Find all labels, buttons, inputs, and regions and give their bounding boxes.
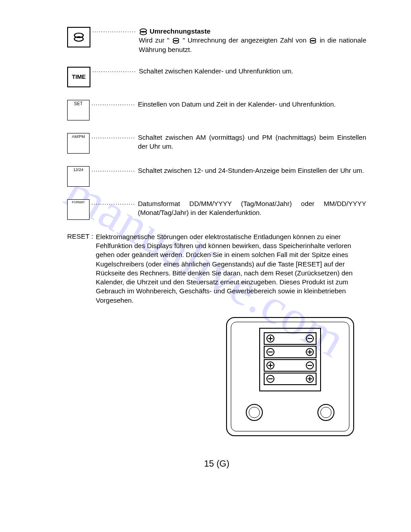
desc-ampm: Schaltet zwischen AM (vormittags) und PM…: [138, 133, 366, 151]
coin-icon-inline: [139, 28, 148, 35]
reset-label: RESET :: [67, 232, 93, 305]
desc-set: Einstellen von Datum und Zeit in der Kal…: [138, 100, 366, 109]
leader-dots: ····················: [90, 67, 139, 76]
manual-page: ···················· Umrechnungstaste Wi…: [0, 0, 411, 487]
key-row-set: SET ···················· Einstellen von …: [67, 100, 366, 120]
coin-icon-inline3: [309, 38, 317, 44]
page-number: 15 (G): [67, 459, 366, 469]
desc-time: Schaltet zwischen Kalender- und Uhrenfun…: [139, 67, 366, 76]
key-row-umrechnung: ···················· Umrechnungstaste Wi…: [67, 27, 366, 54]
svg-point-35: [246, 404, 262, 420]
desc-umrechnung: Umrechnungstaste Wird zur " " Umrechnung…: [139, 27, 366, 54]
battery-diagram: [223, 314, 357, 441]
svg-point-37: [318, 404, 334, 420]
desc-1224: Schaltet zwischen 12- und 24-Stunden-Anz…: [138, 166, 366, 175]
svg-rect-9: [231, 322, 349, 431]
key-ampm: AM/PM: [67, 133, 90, 154]
key-row-time: TIME ···················· Schaltet zwisc…: [67, 67, 366, 87]
key-format: FORMAT: [67, 199, 90, 220]
leader-dots: ····················: [90, 100, 138, 109]
title-umrechnung: Umrechnungstaste: [150, 27, 210, 35]
svg-rect-8: [227, 317, 354, 436]
key-coin: [67, 27, 90, 47]
key-1224: 12/24: [67, 166, 90, 187]
key-row-format: FORMAT ···················· Datumsformat…: [67, 199, 366, 220]
key-time: TIME: [67, 67, 90, 87]
reset-section: RESET : Elektromagnetische Störungen ode…: [67, 232, 366, 305]
key-row-1224: 12/24 ···················· Schaltet zwis…: [67, 166, 366, 187]
coin-icon-inline2: [172, 38, 180, 44]
leader-dots: ····················: [90, 199, 138, 208]
key-set: SET: [67, 100, 90, 120]
leader-dots: ····················: [90, 166, 138, 175]
svg-point-36: [249, 407, 260, 418]
reset-text: Elektromagnetische Störungen oder elektr…: [96, 232, 366, 305]
desc-format: Datumsformat DD/MM/YYYY (Tag/Monat/Jahr)…: [138, 199, 366, 218]
coin-icon: [73, 32, 85, 42]
key-row-ampm: AM/PM ···················· Schaltet zwis…: [67, 133, 366, 154]
leader-dots: ····················: [90, 27, 139, 36]
svg-point-38: [321, 407, 331, 418]
leader-dots: ····················: [90, 133, 138, 142]
